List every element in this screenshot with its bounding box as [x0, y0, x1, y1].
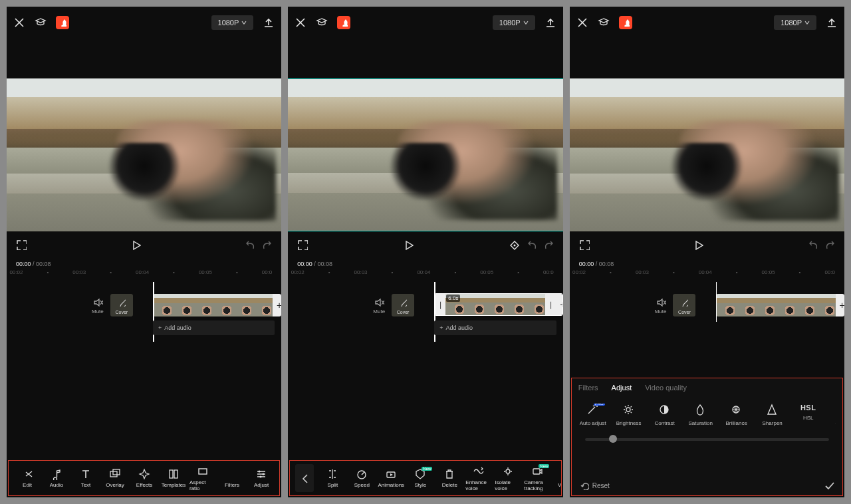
add-clip-button[interactable]: +: [836, 294, 844, 316]
resolution-dropdown[interactable]: 1080P: [211, 15, 254, 30]
phone-screen-3: 1080P 00:00 / 00:08 00:00•00:01•00:02•00…: [570, 7, 844, 497]
tool-label: Speed: [354, 482, 370, 488]
add-clip-button[interactable]: +: [556, 294, 562, 315]
flame-icon[interactable]: [619, 16, 632, 29]
timeline[interactable]: Mute ❘ ❘ + 6.0s + Add audio: [288, 282, 562, 348]
mute-button[interactable]: Mute: [655, 297, 667, 315]
tab-adjust[interactable]: Adjust: [612, 384, 632, 392]
tool-text[interactable]: Text: [72, 468, 99, 488]
adjust-sharpen[interactable]: Sharpen: [758, 404, 787, 426]
cover-button[interactable]: [392, 294, 414, 316]
tool-speed[interactable]: Speed: [348, 468, 375, 488]
close-icon[interactable]: [295, 17, 306, 29]
brightness-icon: [622, 404, 636, 417]
tool-delete[interactable]: Delete: [436, 468, 463, 488]
play-button[interactable]: [403, 239, 414, 250]
export-icon[interactable]: [263, 17, 275, 29]
tool-audio[interactable]: Audio: [43, 468, 70, 488]
tool-label: Templates: [162, 482, 185, 488]
tool-adjust[interactable]: Adjust: [248, 468, 275, 488]
video-preview[interactable]: [570, 78, 844, 231]
add-audio-button[interactable]: + Add audio: [153, 320, 275, 335]
video-clip[interactable]: +: [716, 294, 844, 316]
keyframe-icon[interactable]: [509, 239, 519, 250]
redo-button[interactable]: [543, 239, 554, 250]
tool-effects[interactable]: Effects: [131, 468, 158, 488]
video-preview[interactable]: [7, 78, 281, 231]
mute-icon: [374, 297, 384, 307]
tool-label: Edit: [23, 482, 32, 488]
edit-icon: [21, 468, 33, 480]
undo-button[interactable]: [244, 239, 255, 250]
effects-icon: [138, 468, 150, 480]
tutorial-icon[interactable]: [316, 17, 328, 29]
adjust-label: Saturation: [688, 420, 712, 426]
clip-handle-right[interactable]: ❘: [545, 294, 556, 315]
mute-button[interactable]: Mute: [373, 297, 385, 315]
add-audio-button[interactable]: + Add audio: [434, 320, 556, 335]
resolution-dropdown[interactable]: 1080P: [774, 15, 816, 30]
tool-filters[interactable]: Filters: [219, 468, 245, 488]
adjust-graphs[interactable]: Graphs: [830, 404, 836, 426]
undo-button[interactable]: [807, 239, 818, 250]
flame-icon[interactable]: [337, 16, 350, 29]
tool-overlay[interactable]: Overlay: [102, 468, 128, 488]
adjust-hsl[interactable]: HSLHSL: [794, 404, 823, 426]
export-icon[interactable]: [826, 17, 838, 29]
tool-aspect[interactable]: Aspect ratio: [189, 465, 216, 491]
adjust-saturation[interactable]: Saturation: [686, 404, 715, 426]
timeline[interactable]: Mute + + Add audio: [7, 282, 281, 348]
tool-enhance[interactable]: Enhance voice: [465, 465, 492, 491]
cover-button[interactable]: [673, 294, 695, 316]
mute-button[interactable]: Mute: [92, 297, 104, 315]
adjust-auto[interactable]: PROAuto adjust: [578, 404, 608, 426]
adjust-brightness[interactable]: Brightness: [614, 404, 644, 426]
tool-isolate[interactable]: Isolate voice: [495, 465, 521, 491]
tutorial-icon[interactable]: [35, 17, 47, 29]
fullscreen-icon[interactable]: [579, 239, 590, 250]
cover-button[interactable]: [110, 294, 133, 316]
flame-icon[interactable]: [56, 16, 69, 29]
close-icon[interactable]: [13, 17, 25, 29]
video-preview[interactable]: [288, 78, 562, 231]
tab-video-quality[interactable]: Video quality: [645, 384, 687, 392]
phone-screen-2: 1080P 00:00 / 00:08 00:00•00:01•00:02•00…: [288, 7, 562, 497]
play-button[interactable]: [130, 239, 141, 250]
check-icon: [824, 479, 834, 490]
reset-button[interactable]: Reset: [580, 481, 610, 490]
redo-button[interactable]: [824, 239, 835, 250]
timecode: 00:00 / 00:08: [288, 258, 562, 267]
confirm-button[interactable]: [824, 479, 834, 491]
undo-button[interactable]: [526, 239, 537, 250]
video-clip[interactable]: +: [153, 294, 281, 316]
adjust-slider[interactable]: [585, 438, 829, 441]
playhead[interactable]: [716, 282, 717, 322]
tool-stickers[interactable]: Stickers: [277, 468, 280, 488]
add-clip-button[interactable]: +: [273, 294, 281, 316]
adjust-contrast[interactable]: Contrast: [650, 404, 679, 426]
resolution-dropdown[interactable]: 1080P: [493, 15, 535, 30]
tool-edit[interactable]: Edit: [14, 468, 41, 488]
fullscreen-icon[interactable]: [297, 239, 308, 250]
volume-icon: [560, 468, 561, 480]
tool-templates[interactable]: Templates: [160, 468, 187, 488]
tutorial-icon[interactable]: [598, 17, 610, 29]
tab-filters[interactable]: Filters: [578, 384, 598, 392]
clip-handle-left[interactable]: ❘: [435, 294, 445, 315]
tool-volume[interactable]: Volume: [553, 468, 561, 488]
play-controls: [288, 231, 562, 258]
play-button[interactable]: [693, 239, 703, 250]
tool-split[interactable]: Split: [319, 468, 346, 488]
adjust-icon: [255, 468, 267, 480]
adjust-brilliance[interactable]: Brilliance: [722, 404, 751, 426]
tool-anim[interactable]: Animations: [378, 468, 404, 488]
export-icon[interactable]: [545, 17, 556, 29]
tool-style[interactable]: NewStyle: [407, 468, 433, 488]
fullscreen-icon[interactable]: [16, 239, 27, 250]
sharpen-icon: [766, 404, 779, 417]
close-icon[interactable]: [576, 17, 588, 29]
back-button[interactable]: [295, 464, 314, 492]
redo-button[interactable]: [261, 239, 272, 250]
tool-camtrack[interactable]: NewCamera tracking: [524, 465, 550, 491]
timeline[interactable]: Mute +: [570, 282, 844, 335]
